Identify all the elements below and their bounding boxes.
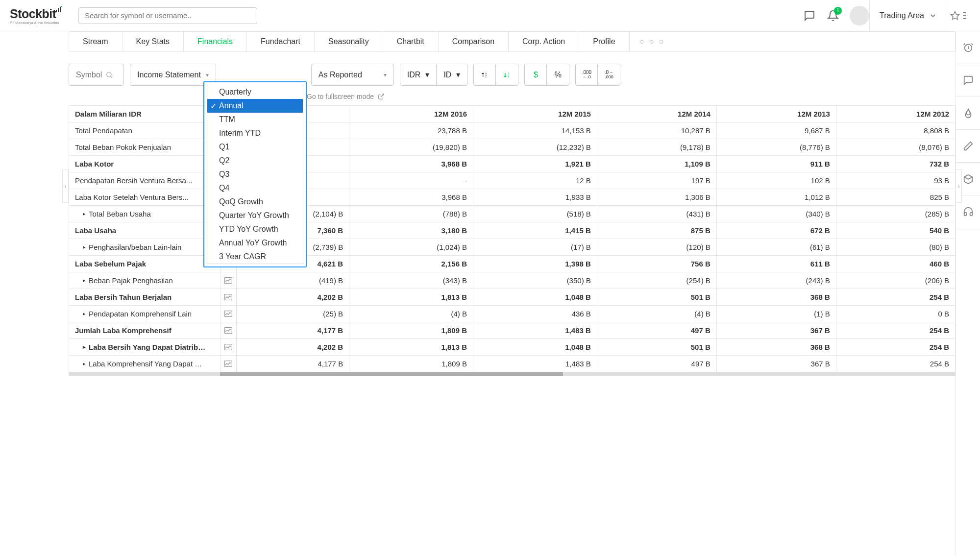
increase-decimal-button[interactable]: .0→.000 bbox=[598, 64, 620, 85]
period-option[interactable]: 3 Year CAGR bbox=[207, 250, 303, 264]
data-cell: 825 B bbox=[836, 189, 955, 206]
tab-corpaction[interactable]: Corp. Action bbox=[509, 32, 579, 51]
data-cell: 501 B bbox=[597, 289, 716, 306]
rail-chat-icon[interactable] bbox=[956, 64, 980, 97]
data-cell: 197 B bbox=[597, 172, 716, 189]
scroll-left-button[interactable]: ‹ bbox=[62, 169, 69, 203]
row-label-cell[interactable]: ▸Penghasilan/beban Lain-lain bbox=[69, 239, 220, 256]
table-row: Laba Usaha7,360 B3,180 B1,415 B875 B672 … bbox=[69, 222, 955, 239]
data-cell: (19,820) B bbox=[349, 139, 473, 156]
watchlist-toggle-icon[interactable] bbox=[946, 0, 970, 31]
data-cell: (12,232) B bbox=[473, 139, 597, 156]
row-chart-button[interactable] bbox=[220, 356, 236, 372]
period-option[interactable]: Quarter YoY Growth bbox=[207, 209, 303, 222]
period-option[interactable]: YTD YoY Growth bbox=[207, 222, 303, 236]
decrease-decimal-button[interactable]: .000←.0 bbox=[576, 64, 598, 85]
row-label-cell[interactable]: ▸Beban Pajak Penghasilan bbox=[69, 272, 220, 289]
percent-button[interactable]: % bbox=[547, 64, 569, 85]
statement-type-label: Income Statement bbox=[137, 71, 201, 79]
search-input[interactable] bbox=[85, 11, 251, 20]
data-cell: 254 B bbox=[836, 356, 955, 372]
lang-select[interactable]: ID ▾ bbox=[437, 64, 467, 85]
currency-unit-button[interactable]: $ bbox=[525, 64, 547, 85]
avatar[interactable] bbox=[850, 6, 869, 25]
row-chart-button[interactable] bbox=[220, 339, 236, 356]
rail-trending-icon[interactable] bbox=[956, 97, 980, 130]
fullscreen-link[interactable]: Go to fullscreen mode bbox=[307, 93, 956, 100]
data-cell: (788) B bbox=[349, 206, 473, 222]
tab-financials[interactable]: Financials bbox=[184, 32, 247, 51]
financials-table: ‹ › Dalam Miliaran IDR 12M 2016 12M 2015… bbox=[69, 105, 956, 376]
tab-fundachart[interactable]: Fundachart bbox=[247, 32, 315, 51]
period-option[interactable]: Annual bbox=[207, 99, 303, 113]
data-cell: 497 B bbox=[597, 356, 716, 372]
rail-pencil-icon[interactable] bbox=[956, 130, 980, 163]
rail-alarm-icon[interactable] bbox=[956, 31, 980, 64]
row-label-text: Beban Pajak Penghasilan bbox=[89, 276, 173, 285]
expand-icon: ▸ bbox=[83, 211, 86, 217]
col-2014: 12M 2014 bbox=[597, 106, 716, 122]
data-cell: (285) B bbox=[836, 206, 955, 222]
period-option[interactable]: Quarterly bbox=[207, 85, 303, 99]
data-cell: - bbox=[349, 172, 473, 189]
row-label-cell[interactable]: ▸Laba Komprehensif Yang Dapat Di... bbox=[69, 356, 220, 372]
row-label-cell[interactable]: ▸Total Beban Usaha bbox=[69, 206, 220, 222]
row-label-text: Laba Komprehensif Yang Dapat Di... bbox=[89, 360, 206, 368]
bell-icon[interactable]: 1 bbox=[826, 9, 840, 23]
data-cell: 368 B bbox=[716, 339, 836, 356]
currency-lang-group: IDR ▾ ID ▾ bbox=[400, 64, 468, 86]
table-row: Jumlah Laba Komprehensif4,177 B1,809 B1,… bbox=[69, 322, 955, 339]
sort-asc-icon: AZ bbox=[481, 70, 489, 80]
svg-text:Z: Z bbox=[486, 75, 487, 77]
data-cell: 501 B bbox=[597, 339, 716, 356]
sort-desc-icon: ZA bbox=[503, 70, 511, 80]
period-option[interactable]: Annual YoY Growth bbox=[207, 236, 303, 250]
tab-keystats[interactable]: Key Stats bbox=[122, 32, 184, 51]
scroll-right-button[interactable]: › bbox=[956, 169, 962, 203]
period-dropdown: QuarterlyAnnualTTMInterim YTDQ1Q2Q3Q4QoQ… bbox=[203, 81, 307, 267]
tab-more[interactable]: ○ ○ ○ bbox=[630, 32, 675, 51]
data-cell: 4,177 B bbox=[236, 356, 349, 372]
tab-stream[interactable]: Stream bbox=[69, 32, 122, 51]
row-label-cell[interactable]: ▸Laba Bersih Yang Dapat Diatribu... bbox=[69, 339, 220, 356]
currency-select[interactable]: IDR ▾ bbox=[400, 64, 437, 85]
tab-seasonality[interactable]: Seasonality bbox=[315, 32, 383, 51]
period-option[interactable]: TTM bbox=[207, 113, 303, 126]
row-chart-button[interactable] bbox=[220, 272, 236, 289]
tab-chartbit[interactable]: Chartbit bbox=[383, 32, 439, 51]
sort-asc-button[interactable]: AZ bbox=[474, 64, 496, 85]
search-icon bbox=[105, 71, 113, 79]
logo[interactable]: Stockbit PT Mahakarya Artha Sekuritas bbox=[10, 7, 74, 24]
period-option[interactable]: Q4 bbox=[207, 181, 303, 195]
symbol-input[interactable] bbox=[76, 71, 105, 79]
row-label-cell[interactable]: ▸Pendapatan Komprehensif Lain bbox=[69, 306, 220, 322]
period-option[interactable]: QoQ Growth bbox=[207, 195, 303, 209]
row-chart-button[interactable] bbox=[220, 306, 236, 322]
tab-profile[interactable]: Profile bbox=[579, 32, 629, 51]
table-row: Total Pendapatan23,788 B14,153 B10,287 B… bbox=[69, 122, 955, 139]
as-reported-label: As Reported bbox=[318, 71, 362, 79]
data-cell: 1,415 B bbox=[473, 222, 597, 239]
horizontal-scrollbar[interactable] bbox=[220, 372, 563, 376]
as-reported-select[interactable]: As Reported ▾ bbox=[311, 64, 394, 86]
svg-line-10 bbox=[111, 76, 112, 78]
global-search[interactable] bbox=[78, 7, 257, 24]
sort-desc-button[interactable]: ZA bbox=[496, 64, 518, 85]
row-chart-button[interactable] bbox=[220, 289, 236, 306]
row-chart-button[interactable] bbox=[220, 322, 236, 339]
expand-icon: ▸ bbox=[83, 244, 86, 250]
data-cell: 732 B bbox=[836, 156, 955, 172]
period-option[interactable]: Q3 bbox=[207, 168, 303, 181]
tab-comparison[interactable]: Comparison bbox=[439, 32, 509, 51]
svg-rect-26 bbox=[224, 294, 232, 300]
data-cell: (9,178) B bbox=[597, 139, 716, 156]
trading-area-menu[interactable]: Trading Area bbox=[869, 0, 946, 31]
period-option[interactable]: Q2 bbox=[207, 154, 303, 168]
period-option[interactable]: Interim YTD bbox=[207, 126, 303, 140]
svg-rect-25 bbox=[224, 278, 232, 284]
chat-icon[interactable] bbox=[803, 9, 816, 23]
symbol-search[interactable] bbox=[69, 64, 124, 86]
period-option[interactable]: Q1 bbox=[207, 140, 303, 154]
data-cell: (206) B bbox=[836, 272, 955, 289]
unit-group: $ % bbox=[524, 64, 569, 86]
